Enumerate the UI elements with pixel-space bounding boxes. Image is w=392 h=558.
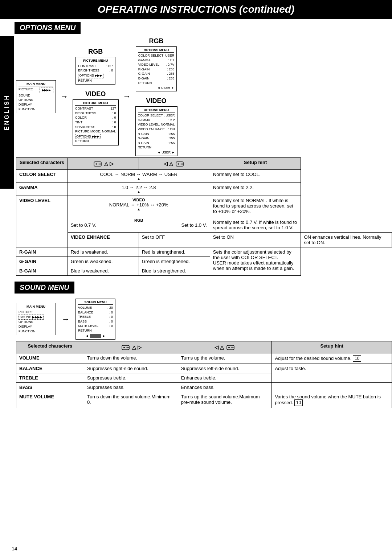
row-left-video-enhance: Set to OFF: [139, 232, 210, 247]
row-content-gamma: 1.0 ↔ 2.2 ↔ 2.8 ▲: [68, 182, 210, 196]
sound-controller-icon-left: [121, 343, 131, 351]
row-item-treble: TREBLE: [16, 373, 84, 383]
setup-hint-label: Setup hint: [244, 160, 267, 165]
sound-setup-hint-label: Setup hint: [320, 343, 343, 349]
row-right-treble: Enhances treble.: [178, 373, 272, 383]
controller-icon-right: [175, 160, 185, 168]
row-item-mute-volume: MUTE VOLUME: [16, 392, 84, 408]
arrow1: →: [60, 92, 68, 101]
main-menu-col: MAIN MENU PICTURE▶▶▶▶ SOUND OPTIONS DISP…: [16, 80, 56, 114]
col-header-left-icon: △ ▷: [68, 157, 139, 169]
row-right-volume: Turns up the volume.: [178, 353, 272, 364]
svg-point-18: [231, 347, 232, 348]
row-hint-volume: Adjust for the desired sound volume. 10: [272, 353, 392, 364]
video-label-1: VIDEO: [85, 90, 106, 98]
sound-arrow: →: [62, 315, 70, 324]
row-item-b-gain: B-GAIN: [16, 266, 68, 275]
right-stack: RGB OPTIONS MENU COLOR SELECT: USER GAMM…: [135, 37, 177, 156]
row-left-b-gain: Blue is weakened.: [68, 266, 139, 275]
table-row: VOLUME Turns down the volume. Turns up t…: [16, 353, 392, 364]
rgb-options-col: RGB OPTIONS MENU COLOR SELECT: USER GAMM…: [135, 37, 177, 91]
row-hint-video-level: Normally set to NORMAL. If white is foun…: [210, 196, 301, 232]
options-table: Selected characters △ ▷: [16, 157, 392, 276]
sound-selected-characters-label: Selected characters: [28, 343, 73, 349]
col-header-right-icon: ◁ △: [139, 157, 210, 169]
page-title: OPERATING INSTRUCTIONS (continued): [0, 0, 392, 19]
svg-point-4: [100, 163, 101, 164]
table-row: GAMMA 1.0 ↔ 2.2 ↔ 2.8 ▲ Normally set to …: [16, 182, 392, 196]
table-row: B-GAIN Blue is weakened. Blue is strengt…: [16, 266, 392, 275]
table-row: MUTE VOLUME Turns down the sound volume.…: [16, 392, 392, 408]
row-left-volume: Turns down the volume.: [84, 353, 178, 364]
controller-icon-left: [93, 160, 103, 168]
row-item-bass: BASS: [16, 383, 84, 392]
svg-point-14: [127, 347, 128, 348]
arrow2: →: [123, 92, 131, 101]
table-row: RGB Set to 0.7 V. Set to 1.0 V.: [16, 216, 392, 233]
row-left-treble: Suppresses treble.: [84, 373, 178, 383]
table-row: VIDEO ENHANCE Set to OFF Set to ON ON en…: [16, 232, 392, 247]
sound-col-header-item: Selected characters: [16, 341, 84, 353]
row-item-video-enhance: VIDEO ENHANCE: [68, 232, 139, 247]
row-right-mute-volume: Turns up the sound volume.Maximum pre-mu…: [178, 392, 272, 408]
row-left-g-gain: Green is weakened.: [68, 257, 139, 266]
row-left-balance: Suppresses right-side sound.: [84, 364, 178, 373]
english-sidebar: ENGLISH: [0, 36, 14, 189]
row-right-video-enhance: Set to ON: [210, 232, 301, 247]
sound-col-header-hint: Setup hint: [272, 341, 392, 353]
sound-col-header-right-icon: ◁ △: [178, 341, 272, 353]
sound-main-menu-box: MAIN MENU PICTURE SOUND ▶▶▶▶ OPTIONS DIS…: [16, 303, 56, 335]
middle-stack: RGB PICTURE MENU CONTRAST: 127 BRIGHTNES…: [73, 48, 119, 145]
main-menu-box: MAIN MENU PICTURE▶▶▶▶ SOUND OPTIONS DISP…: [16, 80, 56, 114]
row-content-color-select: COOL ↔ NORM ↔ WARM ↔ USER ▲: [68, 169, 210, 182]
row-hint-gains: Sets the color adjustment selected by th…: [210, 247, 301, 275]
sound-col-header-left-icon: △ ▷: [84, 341, 178, 353]
rgb-top: RGB PICTURE MENU CONTRAST: 127 BRIGHTNES…: [73, 48, 119, 85]
sound-slider: ◄ ►: [78, 334, 113, 338]
sound-controller-icon-right: [225, 343, 236, 351]
table-row: VIDEO LEVEL VIDEO NORMAL ↔ +10% ↔ +20% ▲…: [16, 196, 392, 216]
table-row: BASS Suppresses bass. Enhances bass.: [16, 383, 392, 392]
rgb-picture-menu: PICTURE MENU CONTRAST: 127 BRIGHTNESS: 0…: [75, 57, 115, 85]
row-right-r-gain: Red is strengthened.: [139, 247, 210, 257]
col-header-item: Selected characters: [16, 157, 68, 169]
row-item-r-gain: R-GAIN: [16, 247, 68, 257]
table-row: BALANCE Suppresses right-side sound. Sup…: [16, 364, 392, 373]
row-right-g-gain: Green is strengthened.: [139, 257, 210, 266]
sound-diagram: MAIN MENU PICTURE SOUND ▶▶▶▶ OPTIONS DIS…: [0, 297, 392, 341]
row-right-balance: Suppresses left-side sound.: [178, 364, 272, 373]
rgb-label-2: RGB: [149, 37, 164, 45]
english-label: ENGLISH: [4, 94, 10, 130]
sound-menu-box: SOUND MENU VOLUME: 20 BALANCE: 0 TREBLE:…: [75, 299, 115, 340]
col-header-hint: Setup hint: [210, 157, 301, 169]
selected-characters-label: Selected characters: [20, 160, 64, 165]
row-hint-balance-treble: Adjust to taste.: [272, 364, 392, 383]
row-left-bass: Suppresses bass.: [84, 383, 178, 392]
row-content-video-level-video: VIDEO NORMAL ↔ +10% ↔ +20% ▲: [68, 196, 210, 216]
row-right-b-gain: Blue is strengthened.: [139, 266, 210, 275]
page-number: 14: [12, 546, 17, 551]
options-diagram: MAIN MENU PICTURE▶▶▶▶ SOUND OPTIONS DISP…: [0, 36, 392, 157]
sound-table: Selected characters △ ▷ ◁: [16, 341, 392, 408]
table-row: COLOR SELECT COOL ↔ NORM ↔ WARM ↔ USER ▲…: [16, 169, 392, 182]
row-item-video-level: VIDEO LEVEL: [16, 196, 68, 247]
video-label-2: VIDEO: [146, 97, 167, 105]
svg-point-3: [99, 163, 100, 164]
video-options-menu: OPTIONS MENU COLOR SELECT: USER GAMMA: 2…: [135, 106, 177, 156]
row-content-video-level-rgb: RGB Set to 0.7 V. Set to 1.0 V.: [68, 216, 210, 233]
row-left-mute-volume: Turns down the sound volume.Minimum 0.: [84, 392, 178, 408]
svg-point-8: [181, 163, 182, 164]
svg-point-13: [126, 347, 127, 348]
svg-point-19: [232, 347, 233, 348]
table-row: G-GAIN Green is weakened. Green is stren…: [16, 257, 392, 266]
sound-menu-header: SOUND MENU: [15, 282, 74, 294]
options-menu-header: OPTIONS MENU: [15, 22, 81, 34]
row-hint-video-enhance: ON enhances vertical lines. Normally set…: [301, 232, 392, 247]
video-picture-menu: PICTURE MENU CONTRAST:127 BRIGHTNESS: 0 …: [73, 99, 119, 145]
row-left-r-gain: Red is weakened.: [68, 247, 139, 257]
row-hint-color-select: Normally set to COOL.: [210, 169, 301, 182]
video-top: VIDEO PICTURE MENU CONTRAST:127 BRIGHTNE…: [73, 90, 119, 145]
row-item-color-select: COLOR SELECT: [16, 169, 68, 182]
row-item-gamma: GAMMA: [16, 182, 68, 196]
row-item-balance: BALANCE: [16, 364, 84, 373]
